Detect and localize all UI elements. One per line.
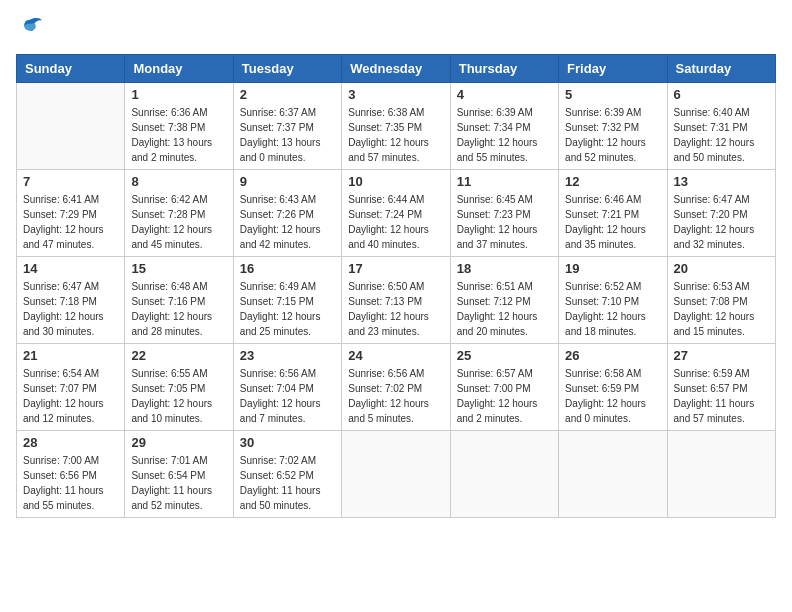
day-number: 28 bbox=[23, 435, 118, 450]
calendar-header-day: Thursday bbox=[450, 55, 558, 83]
day-info: Sunrise: 7:02 AM Sunset: 6:52 PM Dayligh… bbox=[240, 453, 335, 513]
calendar-cell bbox=[342, 431, 450, 518]
calendar-cell: 12Sunrise: 6:46 AM Sunset: 7:21 PM Dayli… bbox=[559, 170, 667, 257]
day-info: Sunrise: 6:36 AM Sunset: 7:38 PM Dayligh… bbox=[131, 105, 226, 165]
day-info: Sunrise: 6:49 AM Sunset: 7:15 PM Dayligh… bbox=[240, 279, 335, 339]
day-number: 1 bbox=[131, 87, 226, 102]
calendar-header-day: Tuesday bbox=[233, 55, 341, 83]
calendar-cell: 29Sunrise: 7:01 AM Sunset: 6:54 PM Dayli… bbox=[125, 431, 233, 518]
calendar-cell: 13Sunrise: 6:47 AM Sunset: 7:20 PM Dayli… bbox=[667, 170, 775, 257]
day-number: 10 bbox=[348, 174, 443, 189]
day-number: 22 bbox=[131, 348, 226, 363]
day-info: Sunrise: 6:50 AM Sunset: 7:13 PM Dayligh… bbox=[348, 279, 443, 339]
day-number: 17 bbox=[348, 261, 443, 276]
day-number: 4 bbox=[457, 87, 552, 102]
logo-bird-icon bbox=[16, 16, 44, 38]
calendar-body: 1Sunrise: 6:36 AM Sunset: 7:38 PM Daylig… bbox=[17, 83, 776, 518]
day-info: Sunrise: 6:56 AM Sunset: 7:02 PM Dayligh… bbox=[348, 366, 443, 426]
day-number: 18 bbox=[457, 261, 552, 276]
day-info: Sunrise: 6:47 AM Sunset: 7:20 PM Dayligh… bbox=[674, 192, 769, 252]
calendar-week-row: 1Sunrise: 6:36 AM Sunset: 7:38 PM Daylig… bbox=[17, 83, 776, 170]
day-info: Sunrise: 6:38 AM Sunset: 7:35 PM Dayligh… bbox=[348, 105, 443, 165]
day-number: 13 bbox=[674, 174, 769, 189]
logo bbox=[16, 16, 48, 42]
calendar-cell bbox=[17, 83, 125, 170]
calendar-week-row: 28Sunrise: 7:00 AM Sunset: 6:56 PM Dayli… bbox=[17, 431, 776, 518]
day-number: 7 bbox=[23, 174, 118, 189]
calendar-cell: 15Sunrise: 6:48 AM Sunset: 7:16 PM Dayli… bbox=[125, 257, 233, 344]
day-info: Sunrise: 6:45 AM Sunset: 7:23 PM Dayligh… bbox=[457, 192, 552, 252]
day-number: 27 bbox=[674, 348, 769, 363]
day-info: Sunrise: 6:39 AM Sunset: 7:32 PM Dayligh… bbox=[565, 105, 660, 165]
day-number: 2 bbox=[240, 87, 335, 102]
day-number: 8 bbox=[131, 174, 226, 189]
calendar-cell: 3Sunrise: 6:38 AM Sunset: 7:35 PM Daylig… bbox=[342, 83, 450, 170]
calendar-cell: 7Sunrise: 6:41 AM Sunset: 7:29 PM Daylig… bbox=[17, 170, 125, 257]
day-info: Sunrise: 6:41 AM Sunset: 7:29 PM Dayligh… bbox=[23, 192, 118, 252]
calendar-header-day: Wednesday bbox=[342, 55, 450, 83]
calendar-cell: 21Sunrise: 6:54 AM Sunset: 7:07 PM Dayli… bbox=[17, 344, 125, 431]
calendar-cell: 28Sunrise: 7:00 AM Sunset: 6:56 PM Dayli… bbox=[17, 431, 125, 518]
day-info: Sunrise: 7:01 AM Sunset: 6:54 PM Dayligh… bbox=[131, 453, 226, 513]
calendar-cell: 4Sunrise: 6:39 AM Sunset: 7:34 PM Daylig… bbox=[450, 83, 558, 170]
day-info: Sunrise: 7:00 AM Sunset: 6:56 PM Dayligh… bbox=[23, 453, 118, 513]
page-header bbox=[16, 16, 776, 42]
calendar-cell: 16Sunrise: 6:49 AM Sunset: 7:15 PM Dayli… bbox=[233, 257, 341, 344]
calendar-cell bbox=[559, 431, 667, 518]
day-info: Sunrise: 6:37 AM Sunset: 7:37 PM Dayligh… bbox=[240, 105, 335, 165]
day-number: 9 bbox=[240, 174, 335, 189]
calendar-cell: 23Sunrise: 6:56 AM Sunset: 7:04 PM Dayli… bbox=[233, 344, 341, 431]
day-number: 23 bbox=[240, 348, 335, 363]
calendar-cell: 1Sunrise: 6:36 AM Sunset: 7:38 PM Daylig… bbox=[125, 83, 233, 170]
day-info: Sunrise: 6:57 AM Sunset: 7:00 PM Dayligh… bbox=[457, 366, 552, 426]
calendar-week-row: 21Sunrise: 6:54 AM Sunset: 7:07 PM Dayli… bbox=[17, 344, 776, 431]
day-info: Sunrise: 6:40 AM Sunset: 7:31 PM Dayligh… bbox=[674, 105, 769, 165]
calendar-cell: 19Sunrise: 6:52 AM Sunset: 7:10 PM Dayli… bbox=[559, 257, 667, 344]
calendar-cell: 8Sunrise: 6:42 AM Sunset: 7:28 PM Daylig… bbox=[125, 170, 233, 257]
day-info: Sunrise: 6:56 AM Sunset: 7:04 PM Dayligh… bbox=[240, 366, 335, 426]
day-info: Sunrise: 6:39 AM Sunset: 7:34 PM Dayligh… bbox=[457, 105, 552, 165]
calendar-cell: 18Sunrise: 6:51 AM Sunset: 7:12 PM Dayli… bbox=[450, 257, 558, 344]
calendar-cell: 11Sunrise: 6:45 AM Sunset: 7:23 PM Dayli… bbox=[450, 170, 558, 257]
calendar-cell bbox=[667, 431, 775, 518]
calendar-cell: 20Sunrise: 6:53 AM Sunset: 7:08 PM Dayli… bbox=[667, 257, 775, 344]
day-number: 20 bbox=[674, 261, 769, 276]
day-info: Sunrise: 6:47 AM Sunset: 7:18 PM Dayligh… bbox=[23, 279, 118, 339]
calendar-header-day: Sunday bbox=[17, 55, 125, 83]
day-info: Sunrise: 6:55 AM Sunset: 7:05 PM Dayligh… bbox=[131, 366, 226, 426]
day-info: Sunrise: 6:59 AM Sunset: 6:57 PM Dayligh… bbox=[674, 366, 769, 426]
day-number: 15 bbox=[131, 261, 226, 276]
calendar-cell: 24Sunrise: 6:56 AM Sunset: 7:02 PM Dayli… bbox=[342, 344, 450, 431]
day-info: Sunrise: 6:58 AM Sunset: 6:59 PM Dayligh… bbox=[565, 366, 660, 426]
day-number: 5 bbox=[565, 87, 660, 102]
calendar-cell: 6Sunrise: 6:40 AM Sunset: 7:31 PM Daylig… bbox=[667, 83, 775, 170]
calendar-cell: 17Sunrise: 6:50 AM Sunset: 7:13 PM Dayli… bbox=[342, 257, 450, 344]
calendar-cell: 27Sunrise: 6:59 AM Sunset: 6:57 PM Dayli… bbox=[667, 344, 775, 431]
day-number: 3 bbox=[348, 87, 443, 102]
calendar-cell: 2Sunrise: 6:37 AM Sunset: 7:37 PM Daylig… bbox=[233, 83, 341, 170]
day-number: 21 bbox=[23, 348, 118, 363]
day-info: Sunrise: 6:53 AM Sunset: 7:08 PM Dayligh… bbox=[674, 279, 769, 339]
calendar-header-row: SundayMondayTuesdayWednesdayThursdayFrid… bbox=[17, 55, 776, 83]
calendar-cell: 10Sunrise: 6:44 AM Sunset: 7:24 PM Dayli… bbox=[342, 170, 450, 257]
day-number: 11 bbox=[457, 174, 552, 189]
calendar-cell: 9Sunrise: 6:43 AM Sunset: 7:26 PM Daylig… bbox=[233, 170, 341, 257]
day-info: Sunrise: 6:54 AM Sunset: 7:07 PM Dayligh… bbox=[23, 366, 118, 426]
day-number: 6 bbox=[674, 87, 769, 102]
day-number: 19 bbox=[565, 261, 660, 276]
calendar-week-row: 7Sunrise: 6:41 AM Sunset: 7:29 PM Daylig… bbox=[17, 170, 776, 257]
calendar-cell: 25Sunrise: 6:57 AM Sunset: 7:00 PM Dayli… bbox=[450, 344, 558, 431]
day-info: Sunrise: 6:52 AM Sunset: 7:10 PM Dayligh… bbox=[565, 279, 660, 339]
day-info: Sunrise: 6:46 AM Sunset: 7:21 PM Dayligh… bbox=[565, 192, 660, 252]
calendar-header-day: Monday bbox=[125, 55, 233, 83]
day-info: Sunrise: 6:43 AM Sunset: 7:26 PM Dayligh… bbox=[240, 192, 335, 252]
calendar-cell: 14Sunrise: 6:47 AM Sunset: 7:18 PM Dayli… bbox=[17, 257, 125, 344]
day-info: Sunrise: 6:48 AM Sunset: 7:16 PM Dayligh… bbox=[131, 279, 226, 339]
calendar-week-row: 14Sunrise: 6:47 AM Sunset: 7:18 PM Dayli… bbox=[17, 257, 776, 344]
calendar-cell: 5Sunrise: 6:39 AM Sunset: 7:32 PM Daylig… bbox=[559, 83, 667, 170]
day-info: Sunrise: 6:42 AM Sunset: 7:28 PM Dayligh… bbox=[131, 192, 226, 252]
day-number: 25 bbox=[457, 348, 552, 363]
day-number: 26 bbox=[565, 348, 660, 363]
day-number: 16 bbox=[240, 261, 335, 276]
day-info: Sunrise: 6:51 AM Sunset: 7:12 PM Dayligh… bbox=[457, 279, 552, 339]
